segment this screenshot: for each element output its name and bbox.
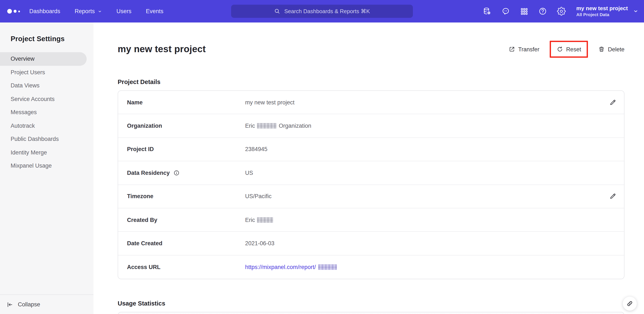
sidebar-item-service-accounts[interactable]: Service Accounts: [0, 92, 87, 106]
sidebar-item-autotrack[interactable]: Autotrack: [0, 119, 87, 132]
sidebar-title: Project Settings: [10, 35, 94, 43]
nav-right-cluster: my new test project All Project Data: [482, 0, 638, 22]
organization-value-suffix: Organization: [279, 123, 312, 129]
date-created-value: 2021-06-03: [245, 240, 274, 247]
main-content: my new test project Transfer Reset: [94, 22, 644, 314]
logo-dot-icon: [14, 10, 16, 13]
sidebar-item-messages[interactable]: Messages: [0, 106, 87, 119]
usage-statistics-heading: Usage Statistics: [118, 300, 624, 307]
copy-link-button[interactable]: [623, 297, 637, 311]
detail-row-access-url: Access URL https://mixpanel.com/report/: [118, 255, 624, 279]
created-by-value-prefix: Eric: [245, 217, 255, 223]
reset-button[interactable]: Reset: [556, 46, 581, 53]
nav-reports[interactable]: Reports: [75, 8, 102, 14]
sidebar-item-data-views[interactable]: Data Views: [0, 79, 87, 92]
nav-reports-label: Reports: [75, 8, 95, 14]
collapse-label: Collapse: [18, 301, 40, 308]
project-details-card: Name my new test project Organization Er…: [118, 90, 624, 279]
primary-nav: Dashboards Reports Users Events: [29, 8, 163, 14]
delete-button[interactable]: Delete: [598, 46, 624, 53]
chevron-down-icon: [633, 8, 638, 14]
sidebar-item-project-users[interactable]: Project Users: [0, 65, 87, 79]
sidebar-item-public-dashboards[interactable]: Public Dashboards: [0, 132, 87, 146]
nav-dashboards[interactable]: Dashboards: [29, 8, 60, 14]
settings-sidebar: Project Settings Overview Project Users …: [0, 22, 94, 314]
redacted-text: [257, 217, 273, 223]
help-icon: [538, 7, 547, 16]
detail-row-data-residency: Data Residency US: [118, 161, 624, 185]
collapse-sidebar-button[interactable]: Collapse: [0, 295, 94, 314]
data-pipeline-button[interactable]: [482, 7, 491, 16]
settings-button[interactable]: [557, 7, 566, 16]
transfer-icon: [508, 46, 515, 53]
timezone-label: Timezone: [127, 193, 153, 200]
usage-statistics-card: [118, 312, 624, 314]
reset-label: Reset: [566, 46, 581, 52]
data-residency-value: US: [245, 170, 253, 176]
apps-grid-icon: [520, 7, 528, 15]
app-window: Dashboards Reports Users Events Search D…: [0, 0, 644, 314]
current-project-name: my new test project: [576, 5, 628, 12]
transfer-button[interactable]: Transfer: [508, 46, 540, 53]
detail-row-project-id: Project ID 2384945: [118, 138, 624, 161]
detail-row-name: Name my new test project: [118, 91, 624, 114]
detail-row-created-by: Created By Eric: [118, 208, 624, 232]
top-nav-bar: Dashboards Reports Users Events Search D…: [0, 0, 644, 22]
detail-row-date-created: Date Created 2021-06-03: [118, 232, 624, 256]
nav-events[interactable]: Events: [146, 8, 164, 14]
collapse-icon: [6, 301, 13, 308]
feedback-button[interactable]: [501, 7, 510, 16]
access-url-link[interactable]: https://mixpanel.com/report/: [245, 264, 337, 270]
reset-icon: [556, 46, 563, 53]
edit-name-button[interactable]: [609, 99, 616, 106]
detail-row-organization: Organization Eric Organization: [118, 114, 624, 138]
created-by-label: Created By: [127, 217, 158, 223]
apps-grid-button[interactable]: [520, 7, 528, 15]
date-created-label: Date Created: [127, 240, 162, 247]
sidebar-item-overview[interactable]: Overview: [0, 52, 87, 65]
chevron-down-icon: [98, 9, 102, 13]
project-details-heading: Project Details: [118, 78, 624, 85]
gear-icon: [557, 7, 566, 16]
name-label: Name: [127, 99, 143, 105]
project-switcher[interactable]: my new test project All Project Data: [576, 5, 638, 17]
delete-label: Delete: [608, 46, 624, 52]
mixpanel-logo[interactable]: [7, 9, 20, 13]
timezone-value: US/Pacific: [245, 193, 272, 200]
chat-bubble-icon: [501, 7, 510, 16]
project-id-value: 2384945: [245, 146, 268, 153]
access-url-text: https://mixpanel.com/report/: [245, 264, 316, 270]
organization-label: Organization: [127, 123, 162, 129]
data-residency-label: Data Residency: [127, 170, 170, 176]
pencil-icon: [609, 193, 616, 200]
search-icon: [274, 8, 280, 14]
access-url-label: Access URL: [127, 264, 160, 270]
pencil-icon: [609, 99, 616, 106]
global-search-input[interactable]: Search Dashboards & Reports ⌘K: [231, 5, 413, 18]
database-gear-icon: [482, 7, 491, 16]
sidebar-nav: Overview Project Users Data Views Servic…: [0, 52, 94, 173]
edit-timezone-button[interactable]: [609, 193, 616, 200]
redacted-text: [257, 123, 277, 129]
current-project-scope: All Project Data: [576, 12, 628, 17]
page-title: my new test project: [118, 44, 206, 55]
transfer-label: Transfer: [518, 46, 540, 52]
project-id-label: Project ID: [127, 146, 154, 153]
info-icon[interactable]: [173, 170, 180, 176]
project-actions: Transfer Reset Del: [508, 41, 624, 58]
trash-icon: [598, 46, 605, 53]
nav-users[interactable]: Users: [116, 8, 132, 14]
name-value: my new test project: [245, 99, 294, 105]
sidebar-item-mixpanel-usage[interactable]: Mixpanel Usage: [0, 159, 87, 173]
sidebar-item-identity-merge[interactable]: Identity Merge: [0, 146, 87, 159]
annotation-highlight-box: Reset: [550, 41, 588, 58]
link-icon: [626, 300, 634, 307]
organization-value-prefix: Eric: [245, 123, 255, 129]
search-placeholder: Search Dashboards & Reports ⌘K: [284, 8, 370, 14]
redacted-text: [318, 264, 337, 270]
logo-dot-icon: [18, 10, 20, 12]
logo-dot-icon: [7, 9, 12, 13]
help-button[interactable]: [538, 7, 547, 16]
detail-row-timezone: Timezone US/Pacific: [118, 185, 624, 208]
